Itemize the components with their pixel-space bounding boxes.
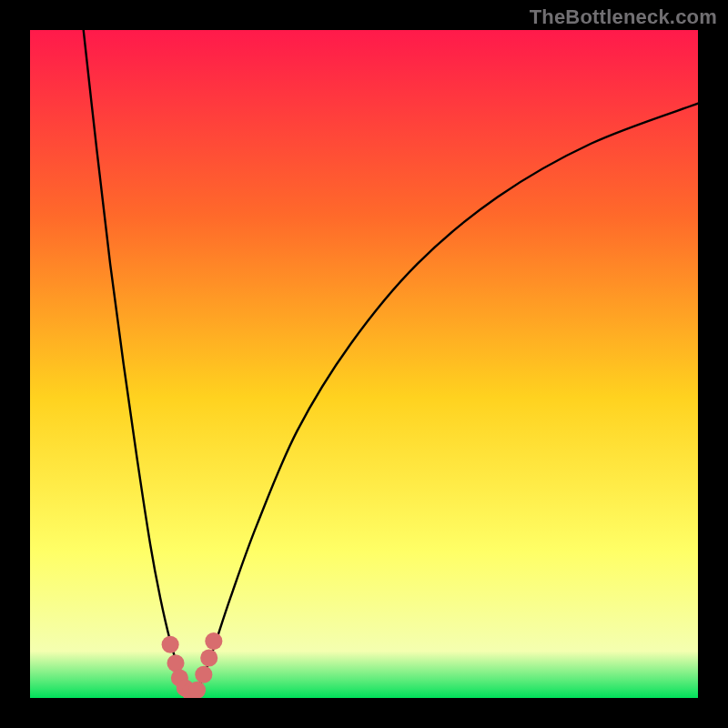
marker-dot <box>195 666 212 683</box>
plot-area <box>30 30 698 698</box>
watermark-text: TheBottleneck.com <box>530 5 717 29</box>
marker-dot <box>200 649 217 666</box>
marker-dot <box>167 654 184 672</box>
outer-black-frame: TheBottleneck.com <box>0 0 728 728</box>
gradient-background <box>30 30 698 698</box>
marker-dot <box>162 636 179 653</box>
marker-dot <box>205 632 222 650</box>
marker-dot <box>188 682 206 698</box>
bottleneck-curve-chart <box>30 30 698 698</box>
